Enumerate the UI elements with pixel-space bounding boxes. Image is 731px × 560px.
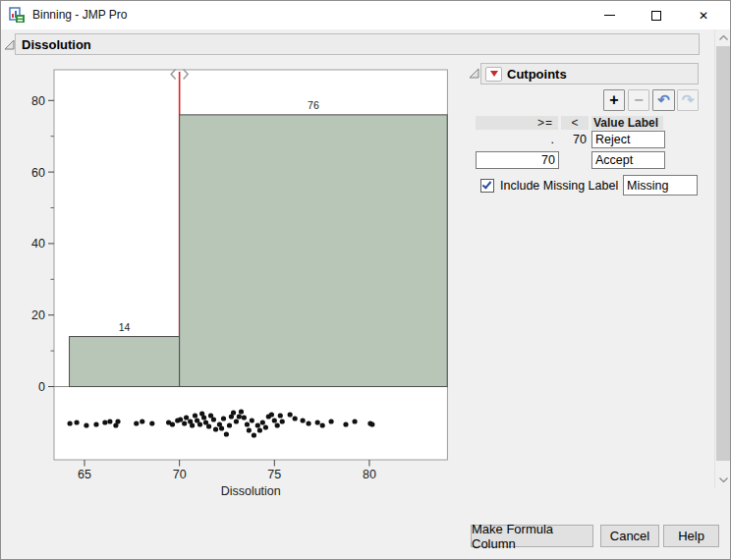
y-axis-tick-label: 60 — [31, 166, 45, 180]
row1-value-label-input[interactable] — [591, 131, 665, 148]
dissolution-section-title: Dissolution — [22, 37, 91, 52]
jmp-app-icon — [9, 7, 26, 24]
cutpoints-section-header[interactable]: Cutpoints — [480, 63, 699, 84]
data-point[interactable] — [255, 422, 260, 427]
cutpoints-section-title: Cutpoints — [507, 67, 567, 82]
remove-cutpoint-button[interactable]: − — [628, 89, 649, 111]
add-cutpoint-button[interactable]: + — [603, 89, 625, 111]
chevron-down-icon — [719, 477, 728, 482]
data-point[interactable] — [328, 419, 333, 423]
undo-icon: ↶ — [657, 91, 670, 109]
chevron-up-icon — [719, 35, 728, 40]
data-point[interactable] — [149, 420, 154, 425]
data-point[interactable] — [184, 415, 189, 420]
data-point[interactable] — [219, 425, 224, 430]
data-point[interactable] — [247, 427, 252, 432]
data-point[interactable] — [68, 420, 73, 425]
column-header-lt: < — [561, 116, 589, 130]
help-button[interactable]: Help — [663, 525, 719, 547]
data-point[interactable] — [301, 418, 306, 422]
title-bar[interactable]: Binning - JMP Pro ✕ — [1, 1, 730, 29]
missing-label-input[interactable] — [623, 175, 698, 196]
data-point[interactable] — [227, 422, 232, 427]
row2-value-label-input[interactable] — [591, 151, 665, 169]
data-point[interactable] — [237, 414, 242, 419]
red-triangle-menu-button[interactable] — [485, 67, 502, 82]
data-point[interactable] — [140, 419, 144, 423]
data-point[interactable] — [234, 419, 239, 423]
include-missing-label: Include Missing Label — [500, 179, 618, 193]
include-missing-checkbox[interactable] — [480, 179, 494, 193]
redo-button[interactable]: ↷ — [677, 89, 699, 111]
x-axis-tick-label: 75 — [267, 468, 281, 481]
minimize-button[interactable] — [587, 1, 632, 29]
binning-dialog-window: 02040608065707580Dissolution1476 Binning… — [0, 0, 731, 560]
histogram-bar[interactable] — [70, 337, 180, 387]
data-point[interactable] — [250, 418, 254, 422]
data-point[interactable] — [275, 422, 280, 427]
disclosure-triangle-icon[interactable] — [4, 39, 15, 50]
dissolution-chart: 02040608065707580Dissolution1476 — [1, 1, 731, 560]
scrollbar-thumb[interactable] — [716, 46, 731, 461]
data-point[interactable] — [320, 422, 325, 427]
data-point[interactable] — [306, 420, 310, 425]
make-formula-column-button[interactable]: Make Formula Column — [471, 525, 593, 547]
scrollbar-up-arrow[interactable] — [715, 29, 731, 46]
dissolution-section-header[interactable]: Dissolution — [15, 33, 700, 55]
data-point[interactable] — [293, 416, 298, 420]
data-point[interactable] — [272, 418, 277, 422]
data-point[interactable] — [288, 412, 293, 417]
bar-count-label: 76 — [308, 99, 319, 111]
data-point[interactable] — [257, 427, 262, 432]
row2-ge-input[interactable] — [476, 151, 559, 169]
column-header-ge: >= — [476, 116, 558, 130]
data-point[interactable] — [115, 419, 120, 423]
data-point[interactable] — [242, 415, 247, 420]
data-point[interactable] — [84, 422, 88, 427]
bar-count-label: 14 — [119, 321, 131, 333]
data-point[interactable] — [134, 420, 139, 425]
data-point[interactable] — [197, 421, 202, 426]
data-point[interactable] — [224, 431, 229, 436]
data-point[interactable] — [102, 420, 107, 424]
data-point[interactable] — [201, 415, 206, 420]
data-point[interactable] — [269, 412, 274, 417]
cancel-button[interactable]: Cancel — [600, 525, 659, 547]
undo-button[interactable]: ↶ — [652, 89, 675, 111]
data-point[interactable] — [182, 420, 187, 425]
data-point[interactable] — [245, 421, 250, 426]
data-point[interactable] — [74, 420, 79, 424]
maximize-button[interactable] — [634, 1, 679, 29]
data-point[interactable] — [170, 421, 175, 426]
data-point[interactable] — [211, 417, 216, 421]
data-point[interactable] — [280, 419, 285, 423]
data-point[interactable] — [190, 422, 195, 427]
red-triangle-icon — [490, 71, 498, 77]
data-point[interactable] — [193, 413, 197, 418]
maximize-icon — [651, 11, 661, 21]
data-point[interactable] — [352, 419, 357, 423]
close-button[interactable]: ✕ — [681, 1, 726, 29]
data-point[interactable] — [206, 423, 211, 428]
data-point[interactable] — [263, 424, 268, 429]
data-point[interactable] — [369, 421, 374, 426]
data-point[interactable] — [278, 413, 283, 418]
disclosure-triangle-icon[interactable] — [469, 68, 479, 79]
data-point[interactable] — [239, 409, 244, 414]
data-point[interactable] — [315, 420, 320, 424]
data-point[interactable] — [107, 419, 112, 423]
data-point[interactable] — [260, 420, 265, 424]
data-point[interactable] — [221, 416, 226, 420]
scrollbar-down-arrow[interactable] — [715, 472, 731, 488]
data-point[interactable] — [93, 421, 98, 426]
data-point[interactable] — [178, 417, 183, 421]
data-point[interactable] — [231, 410, 236, 415]
data-point[interactable] — [213, 426, 218, 431]
vertical-scrollbar[interactable] — [714, 29, 731, 488]
histogram-bar[interactable] — [180, 115, 448, 387]
column-header-value-label: Value Label — [591, 116, 663, 130]
y-axis-tick-label: 80 — [31, 94, 45, 108]
data-point[interactable] — [343, 421, 348, 426]
data-point[interactable] — [252, 432, 256, 437]
redo-icon: ↷ — [682, 91, 695, 109]
